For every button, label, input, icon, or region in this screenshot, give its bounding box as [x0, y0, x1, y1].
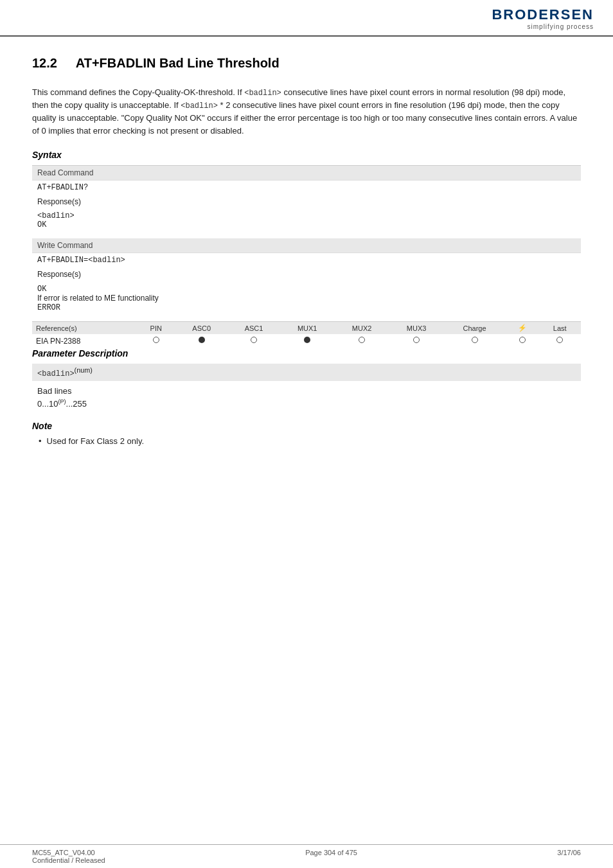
circle-empty-antenna — [519, 337, 526, 343]
circle-empty-pin — [153, 337, 159, 343]
read-command-text: AT+FBADLIN? — [32, 181, 581, 195]
param-desc-text: Bad lines — [32, 384, 581, 397]
logo-brand-text: BRODERSEN — [492, 6, 594, 22]
section-number: 12.2 — [32, 56, 57, 70]
read-response-values: <badlin>OK — [32, 209, 581, 232]
inline-code-1: <badlin> — [244, 89, 281, 98]
body-paragraph: This command defines the Copy-Quality-OK… — [32, 86, 581, 137]
syntax-heading: Syntax — [32, 150, 581, 160]
ref-col-header-pin: PIN — [136, 322, 175, 335]
row-spacer-2 — [32, 315, 581, 321]
ref-mux1 — [280, 334, 335, 348]
ref-pin — [136, 334, 175, 348]
read-response-label: Response(s) — [32, 195, 581, 209]
write-response-label-row: Response(s) — [32, 267, 581, 281]
ref-asc0 — [175, 334, 227, 348]
reference-header-row: Reference(s) PIN ASC0 ASC1 MUX1 MUX2 MUX… — [32, 322, 581, 335]
syntax-table: Read Command AT+FBADLIN? Response(s) <ba… — [32, 165, 581, 321]
write-response-label: Response(s) — [32, 267, 581, 281]
ref-col-header-asc0: ASC0 — [175, 322, 227, 335]
param-range-superscript: (P) — [58, 398, 66, 405]
reference-table: Reference(s) PIN ASC0 ASC1 MUX1 MUX2 MUX… — [32, 321, 581, 348]
circle-empty-charge — [472, 337, 478, 343]
param-superscript: (num) — [75, 366, 93, 374]
reference-data-row: EIA PN-2388 — [32, 334, 581, 348]
param-description-heading: Parameter Description — [32, 348, 581, 359]
note-text: Used for Fax Class 2 only. — [47, 435, 144, 448]
ref-asc1 — [227, 334, 280, 348]
ref-col-header-mux1: MUX1 — [280, 322, 335, 335]
circle-filled-asc0 — [199, 337, 205, 343]
page-footer: MC55_ATC_V04.00 Confidential / Released … — [0, 844, 613, 868]
param-label-code: <badlin> — [37, 369, 75, 378]
read-command-label: Read Command — [32, 166, 581, 181]
ref-name: EIA PN-2388 — [32, 334, 136, 348]
note-heading: Note — [32, 421, 581, 431]
circle-empty-mux3 — [413, 337, 420, 343]
ref-col-header-mux3: MUX3 — [389, 322, 444, 335]
ref-col-header-mux2: MUX2 — [335, 322, 389, 335]
write-error-cond: If error is related to ME functionality — [37, 294, 159, 303]
note-item: • Used for Fax Class 2 only. — [32, 435, 581, 448]
param-range-text: 0...10(P)...255 — [32, 397, 581, 414]
ref-col-header-last: Last — [538, 322, 581, 335]
write-response-values-row: OK If error is related to ME functionali… — [32, 281, 581, 315]
ref-mux3 — [389, 334, 444, 348]
param-label-block: <badlin>(num) — [32, 364, 581, 381]
write-ok: OK — [37, 285, 46, 294]
write-command-label: Write Command — [32, 238, 581, 253]
write-error: ERROR — [37, 303, 60, 312]
read-command-label-row: Read Command — [32, 166, 581, 181]
inline-code-2: <badlin> — [181, 102, 218, 111]
ref-col-header-name: Reference(s) — [32, 322, 136, 335]
footer-left: MC55_ATC_V04.00 Confidential / Released — [32, 849, 105, 864]
write-response-values: OK If error is related to ME functionali… — [32, 281, 581, 315]
write-command-row: AT+FBADLIN=<badlin> — [32, 253, 581, 268]
footer-doc-id: MC55_ATC_V04.00 — [32, 849, 105, 856]
bullet-icon: • — [39, 435, 42, 448]
circle-empty-asc1 — [251, 337, 257, 343]
read-command-row: AT+FBADLIN? — [32, 181, 581, 195]
logo: BRODERSEN simplifying process — [492, 8, 594, 30]
circle-empty-last — [556, 337, 563, 343]
write-command-label-row: Write Command — [32, 238, 581, 253]
row-spacer-1 — [32, 232, 581, 238]
read-response-values-row: <badlin>OK — [32, 209, 581, 232]
circle-empty-mux2 — [359, 337, 365, 343]
ref-charge — [444, 334, 506, 348]
footer-right: 3/17/06 — [557, 849, 581, 864]
footer-confidential: Confidential / Released — [32, 856, 105, 864]
footer-center: Page 304 of 475 — [305, 849, 357, 864]
page-header: BRODERSEN simplifying process — [0, 0, 613, 37]
ref-antenna — [506, 334, 539, 348]
write-command-text: AT+FBADLIN=<badlin> — [32, 253, 581, 268]
section-title: 12.2 AT+FBADLIN Bad Line Threshold — [32, 56, 581, 73]
logo-tagline: simplifying process — [528, 23, 594, 30]
ref-col-header-antenna: ⚡ — [506, 322, 539, 335]
ref-mux2 — [335, 334, 389, 348]
logo-brand: BRODERSEN — [492, 8, 594, 22]
read-response-label-row: Response(s) — [32, 195, 581, 209]
ref-last — [538, 334, 581, 348]
main-content: 12.2 AT+FBADLIN Bad Line Threshold This … — [0, 37, 613, 473]
ref-col-header-charge: Charge — [444, 322, 506, 335]
ref-col-header-asc1: ASC1 — [227, 322, 280, 335]
circle-filled-mux1 — [304, 337, 310, 343]
section-title-text: AT+FBADLIN Bad Line Threshold — [76, 56, 280, 70]
